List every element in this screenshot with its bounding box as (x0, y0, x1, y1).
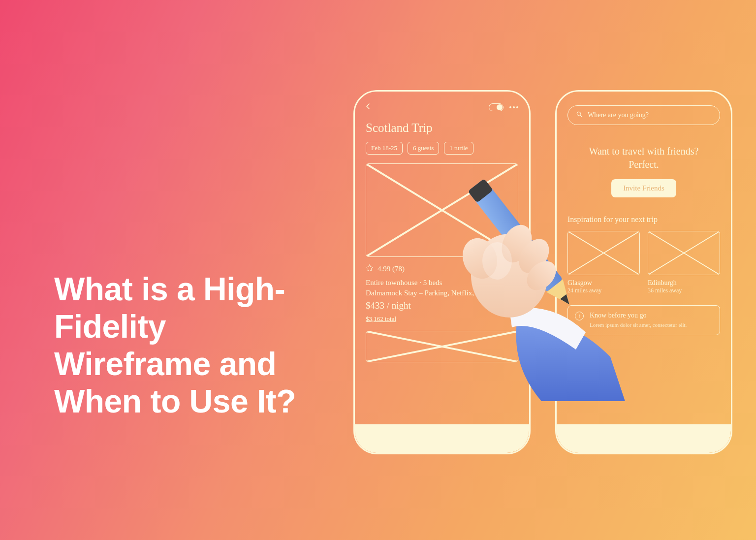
invite-friends-button[interactable]: Invite Friends (611, 179, 676, 197)
inspiration-grid: Glasgow 24 miles away Edinburgh 36 miles… (567, 231, 720, 294)
phone-chin (557, 424, 731, 453)
topbar (366, 101, 518, 113)
wireframe-phone-trip: Scotland Trip Feb 18-25 6 guests 1 turtl… (353, 90, 531, 454)
image-placeholder (648, 231, 720, 275)
info-icon: ! (575, 312, 584, 320)
toggle-switch[interactable] (489, 103, 504, 111)
chip-guests[interactable]: 6 guests (408, 142, 439, 155)
svg-line-5 (580, 115, 582, 117)
listing-type: Entire townhouse · 5 beds (366, 279, 518, 287)
wireframe-phone-explore: Where are you going? Want to travel with… (555, 90, 732, 454)
rating-text: 4.99 (78) (378, 265, 405, 273)
inspiration-card[interactable]: Edinburgh 36 miles away (648, 231, 720, 294)
chips-row: Feb 18-25 6 guests 1 turtle (366, 142, 518, 155)
chip-pets[interactable]: 1 turtle (444, 142, 473, 155)
know-before-box[interactable]: ! Know before you go Lorem ipsum dolor s… (567, 305, 720, 335)
card-city: Glasgow (567, 279, 640, 287)
card-distance: 36 miles away (648, 287, 720, 294)
card-city: Edinburgh (648, 279, 720, 287)
more-icon[interactable] (509, 106, 518, 108)
rating-row: 4.99 (78) (366, 264, 518, 274)
promo-heading: Want to travel with friends? Perfect. (567, 145, 720, 171)
svg-point-4 (577, 112, 580, 115)
image-placeholder-2 (366, 331, 518, 362)
search-input[interactable]: Where are you going? (567, 105, 720, 125)
know-body: Lorem ipsum dolor sit amet, consectetur … (590, 321, 687, 329)
star-icon (366, 264, 374, 274)
search-placeholder: Where are you going? (588, 111, 649, 119)
back-icon[interactable] (366, 103, 371, 112)
hero-title-block: What is a High-Fidelity Wireframe and Wh… (54, 271, 330, 420)
hero-title: What is a High-Fidelity Wireframe and Wh… (54, 271, 330, 420)
listing-name: Dalmarnock Stay – Parking, Netflix, and … (366, 289, 518, 297)
price-total[interactable]: $3,162 total (366, 315, 518, 323)
search-icon (576, 111, 583, 120)
trip-title: Scotland Trip (366, 121, 518, 135)
image-placeholder (366, 163, 518, 257)
card-distance: 24 miles away (567, 287, 640, 294)
know-title: Know before you go (590, 312, 687, 319)
inspiration-heading: Inspiration for your next trip (567, 215, 720, 224)
price-per-night: $433 / night (366, 300, 518, 311)
chip-dates[interactable]: Feb 18-25 (366, 142, 403, 155)
promo-block: Want to travel with friends? Perfect. In… (567, 145, 720, 197)
image-placeholder (567, 231, 640, 275)
inspiration-card[interactable]: Glasgow 24 miles away (567, 231, 640, 294)
phone-chin (355, 424, 529, 453)
